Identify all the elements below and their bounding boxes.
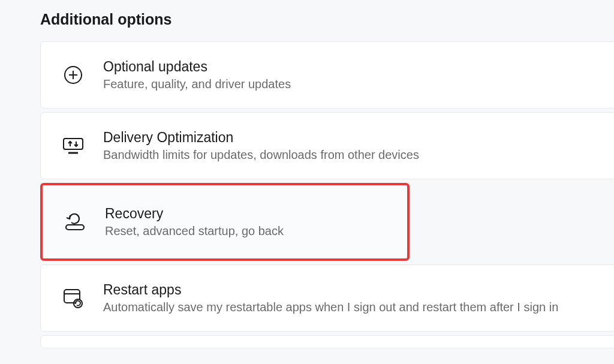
restart-apps-icon (61, 286, 85, 310)
svg-rect-3 (64, 139, 83, 149)
option-description: Feature, quality, and driver updates (103, 77, 291, 91)
option-optional-updates[interactable]: Optional updates Feature, quality, and d… (40, 41, 614, 109)
option-title: Restart apps (103, 282, 558, 298)
option-title: Delivery Optimization (103, 130, 419, 146)
option-delivery-optimization[interactable]: Delivery Optimization Bandwidth limits f… (40, 112, 614, 179)
option-next-partial[interactable] (40, 335, 614, 348)
recovery-icon (63, 210, 87, 234)
plus-circle-icon (61, 63, 85, 87)
option-description: Reset, advanced startup, go back (105, 224, 284, 238)
svg-rect-7 (66, 225, 84, 230)
option-restart-apps[interactable]: Restart apps Automatically save my resta… (40, 264, 614, 332)
option-description: Bandwidth limits for updates, downloads … (103, 148, 419, 162)
option-description: Automatically save my restartable apps w… (103, 300, 558, 314)
option-title: Recovery (105, 206, 284, 222)
section-title: Additional options (40, 11, 614, 28)
delivery-optimization-icon (61, 134, 85, 158)
option-title: Optional updates (103, 59, 291, 75)
option-recovery[interactable]: Recovery Reset, advanced startup, go bac… (40, 183, 410, 261)
